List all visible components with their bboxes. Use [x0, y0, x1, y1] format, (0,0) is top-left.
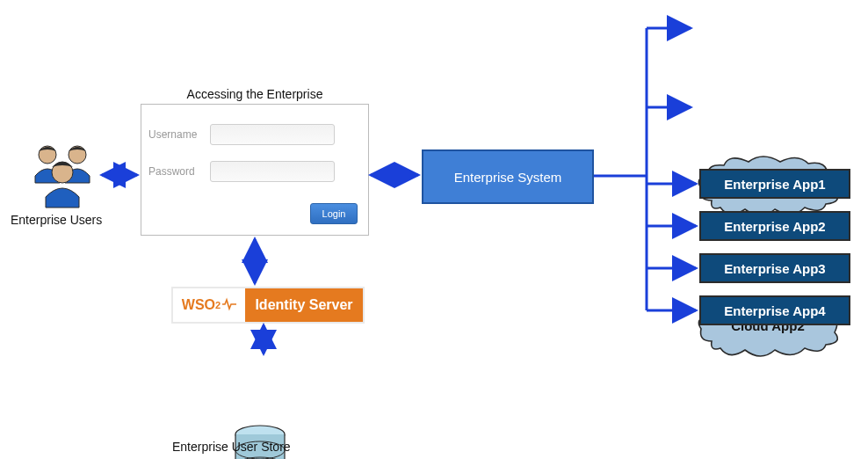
connectors	[0, 0, 868, 459]
